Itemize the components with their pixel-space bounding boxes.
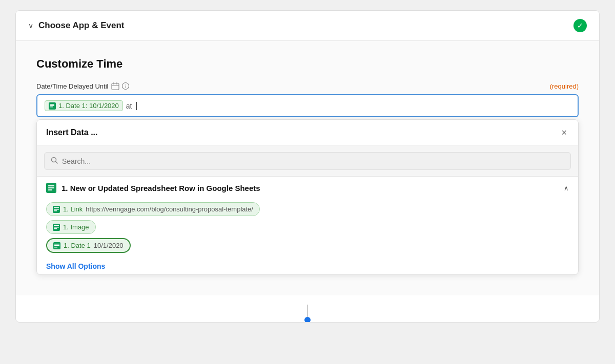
svg-rect-9 bbox=[50, 106, 53, 108]
svg-rect-23 bbox=[54, 228, 57, 229]
field-icons: i bbox=[111, 82, 130, 90]
datasource-name: 1. New or Updated Spreadsheet Row in Goo… bbox=[61, 184, 260, 192]
sheets-icon-link bbox=[53, 206, 60, 213]
dropdown-header: Insert Data ... × bbox=[37, 120, 578, 146]
info-icon: i bbox=[121, 82, 130, 90]
field-label: Date/Time Delayed Until i bbox=[36, 82, 130, 90]
chevron-icon: ∨ bbox=[28, 22, 33, 30]
show-all-options-button[interactable]: Show All Options bbox=[37, 258, 114, 274]
svg-rect-27 bbox=[54, 247, 57, 248]
insert-data-dropdown: Insert Data ... × bbox=[36, 119, 579, 275]
svg-rect-22 bbox=[54, 227, 59, 228]
close-button[interactable]: × bbox=[559, 127, 569, 138]
content-area: Customize Time Date/Time Delayed Until bbox=[16, 41, 599, 295]
svg-rect-13 bbox=[48, 185, 54, 186]
timeline-dot bbox=[304, 317, 311, 323]
page-title: Customize Time bbox=[36, 57, 579, 71]
timeline-line bbox=[307, 305, 308, 320]
svg-rect-0 bbox=[112, 83, 119, 90]
sheets-icon-image bbox=[53, 224, 60, 231]
input-token: 1. Date 1: 10/1/2020 bbox=[45, 100, 123, 111]
svg-rect-26 bbox=[54, 245, 59, 246]
options-list: 1. Link https://venngage.com/blog/consul… bbox=[37, 199, 578, 258]
field-label-text: Date/Time Delayed Until bbox=[36, 82, 108, 90]
search-container bbox=[37, 146, 578, 177]
option-link-value: https://venngage.com/blog/consulting-pro… bbox=[86, 205, 253, 213]
datasource-header-left: 1. New or Updated Spreadsheet Row in Goo… bbox=[46, 183, 260, 193]
field-label-row: Date/Time Delayed Until i bbox=[36, 82, 579, 90]
option-image-label: 1. Image bbox=[63, 223, 89, 231]
main-container: ∨ Choose App & Event ✓ Customize Time Da… bbox=[15, 10, 600, 323]
datetime-input[interactable]: 1. Date 1: 10/1/2020 at bbox=[36, 94, 579, 117]
required-badge: (required) bbox=[550, 82, 579, 90]
text-cursor bbox=[136, 102, 137, 110]
svg-rect-25 bbox=[54, 244, 59, 245]
option-date1[interactable]: 1. Date 1 10/1/2020 bbox=[46, 238, 131, 253]
svg-text:i: i bbox=[125, 84, 126, 89]
svg-rect-7 bbox=[50, 104, 54, 105]
option-image[interactable]: 1. Image bbox=[46, 220, 96, 234]
sheets-icon-date bbox=[53, 242, 60, 249]
svg-rect-15 bbox=[48, 189, 52, 190]
search-box bbox=[44, 152, 571, 170]
svg-rect-17 bbox=[54, 207, 59, 208]
search-icon bbox=[51, 157, 58, 165]
option-link-label: 1. Link bbox=[63, 205, 83, 213]
sheets-token-icon bbox=[49, 102, 56, 110]
header-left: ∨ Choose App & Event bbox=[28, 20, 125, 31]
dropdown-title: Insert Data ... bbox=[46, 128, 97, 137]
option-link[interactable]: 1. Link https://venngage.com/blog/consul… bbox=[46, 202, 260, 216]
datasource-header[interactable]: 1. New or Updated Spreadsheet Row in Goo… bbox=[37, 177, 578, 199]
svg-rect-21 bbox=[54, 225, 59, 226]
svg-line-11 bbox=[56, 162, 58, 164]
section-header: ∨ Choose App & Event ✓ bbox=[16, 11, 599, 41]
timeline-area bbox=[16, 295, 599, 322]
svg-rect-18 bbox=[54, 209, 59, 210]
at-text: at bbox=[126, 102, 132, 110]
svg-rect-19 bbox=[54, 210, 57, 211]
option-date1-value: 10/1/2020 bbox=[94, 242, 124, 249]
check-icon: ✓ bbox=[573, 19, 587, 32]
svg-rect-8 bbox=[50, 105, 54, 106]
option-date1-label: 1. Date 1 bbox=[64, 242, 91, 249]
search-input[interactable] bbox=[62, 157, 564, 165]
section-title: Choose App & Event bbox=[38, 20, 125, 31]
svg-rect-14 bbox=[48, 187, 54, 188]
calendar-icon bbox=[111, 82, 119, 90]
datasource-icon bbox=[46, 183, 56, 193]
chevron-up-icon: ∧ bbox=[564, 184, 569, 192]
